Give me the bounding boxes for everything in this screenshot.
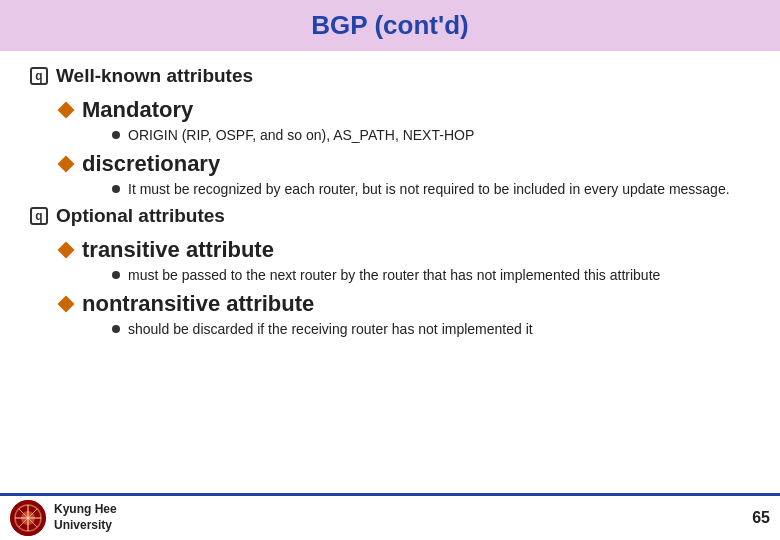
nontransitive-subsection: nontransitive attribute should be discar…: [60, 291, 750, 337]
diamond-bullet-discretionary: [58, 156, 75, 173]
bullet-dot-4: [112, 325, 120, 333]
transitive-bullet-1: must be passed to the next router by the…: [112, 267, 750, 283]
discretionary-bullets: It must be recognized by each router, bu…: [112, 181, 750, 197]
q-bullet-1: q: [30, 67, 48, 85]
mandatory-title-row: Mandatory: [60, 97, 750, 123]
transitive-bullets: must be passed to the next router by the…: [112, 267, 750, 283]
university-logo: [10, 500, 46, 536]
discretionary-title-row: discretionary: [60, 151, 750, 177]
content-area: q Well-known attributes Mandatory ORIGIN…: [0, 65, 780, 337]
nontransitive-label: nontransitive attribute: [82, 291, 314, 317]
diamond-bullet-transitive: [58, 242, 75, 259]
title-bar: BGP (cont'd): [0, 0, 780, 51]
footer-left: Kyung Hee University: [10, 500, 117, 536]
bullet-dot-3: [112, 271, 120, 279]
nontransitive-title-row: nontransitive attribute: [60, 291, 750, 317]
university-line1: Kyung Hee: [54, 502, 117, 518]
discretionary-bullet-1: It must be recognized by each router, bu…: [112, 181, 750, 197]
mandatory-bullets: ORIGIN (RIP, OSPF, and so on), AS_PATH, …: [112, 127, 750, 143]
footer: Kyung Hee University 65: [0, 493, 780, 540]
mandatory-subsection: Mandatory ORIGIN (RIP, OSPF, and so on),…: [60, 97, 750, 143]
q-bullet-2: q: [30, 207, 48, 225]
diamond-bullet-mandatory: [58, 102, 75, 119]
mandatory-label: Mandatory: [82, 97, 193, 123]
nontransitive-bullets: should be discarded if the receiving rou…: [112, 321, 750, 337]
discretionary-label: discretionary: [82, 151, 220, 177]
page-number: 65: [752, 509, 770, 527]
footer-university-text: Kyung Hee University: [54, 502, 117, 533]
nontransitive-bullet-1: should be discarded if the receiving rou…: [112, 321, 750, 337]
transitive-title-row: transitive attribute: [60, 237, 750, 263]
well-known-label: Well-known attributes: [56, 65, 253, 87]
optional-label: Optional attributes: [56, 205, 225, 227]
discretionary-subsection: discretionary It must be recognized by e…: [60, 151, 750, 197]
mandatory-bullet-1: ORIGIN (RIP, OSPF, and so on), AS_PATH, …: [112, 127, 750, 143]
optional-header: q Optional attributes: [30, 205, 750, 227]
transitive-label: transitive attribute: [82, 237, 274, 263]
slide-title: BGP (cont'd): [0, 10, 780, 41]
well-known-header: q Well-known attributes: [30, 65, 750, 87]
bullet-dot-2: [112, 185, 120, 193]
transitive-subsection: transitive attribute must be passed to t…: [60, 237, 750, 283]
university-line2: University: [54, 518, 117, 534]
diamond-bullet-nontransitive: [58, 296, 75, 313]
bullet-dot: [112, 131, 120, 139]
